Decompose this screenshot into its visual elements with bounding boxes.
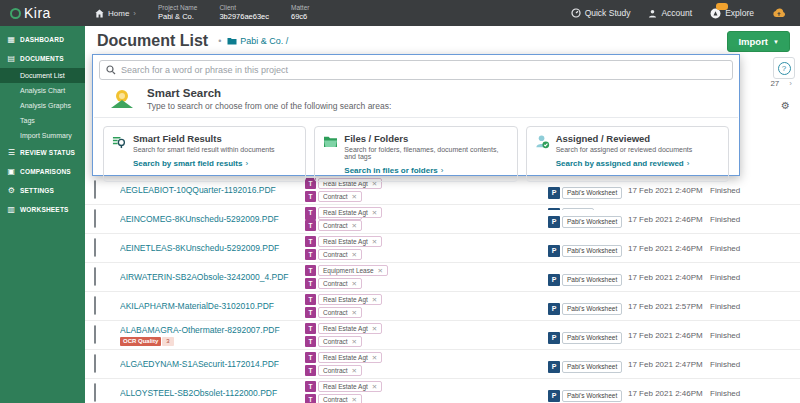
breadcrumb-project-folder[interactable]: Pabi & Co. / — [227, 36, 288, 46]
table-row: AEINETLEAS-8KUnschedu-5292009.PDF T Real… — [85, 234, 800, 263]
worksheet-badge[interactable]: P Pabi's Worksheet — [548, 390, 622, 402]
document-name-link[interactable]: ALLOYSTEEL-SB2Obsolet-1122000.PDF — [120, 388, 296, 398]
tag-remove-icon[interactable]: ✕ — [372, 209, 377, 217]
sidebar-subitem-tags[interactable]: Tags — [0, 113, 85, 128]
import-date: 17 Feb 2021 2:46PM — [619, 389, 701, 398]
table-row: AIRWATERIN-SB2AObsole-3242000_4.PDF T Eq… — [85, 263, 800, 292]
import-button[interactable]: Import ▼ — [727, 31, 790, 52]
sidebar-item-dashboard[interactable]: ▦ DASHBOARD — [0, 30, 85, 49]
tag-remove-icon[interactable]: ✕ — [372, 296, 377, 304]
account-button[interactable]: Account — [648, 8, 692, 18]
row-checkbox[interactable] — [94, 238, 96, 257]
card-link[interactable]: Search in files or folders› — [344, 166, 508, 175]
worksheet-badge[interactable]: P Pabi's Worksheet — [548, 216, 622, 228]
tag-remove-icon[interactable]: ✕ — [352, 367, 357, 375]
tag-remove-icon[interactable]: ✕ — [372, 325, 377, 333]
import-date: 17 Feb 2021 2:46PM — [619, 331, 701, 340]
search-bar[interactable] — [99, 60, 733, 80]
sidebar-item-review-status[interactable]: ☰ REVIEW STATUS — [0, 143, 85, 162]
quick-study-button[interactable]: Quick Study — [571, 8, 631, 18]
breadcrumb-home[interactable]: Home › — [95, 9, 136, 18]
help-button[interactable]: ? — [773, 57, 795, 79]
tag-remove-icon[interactable]: ✕ — [372, 238, 377, 246]
tag-label: Contract — [323, 280, 348, 287]
tag-remove-icon[interactable]: ✕ — [352, 309, 357, 317]
quick-study-icon — [571, 8, 581, 18]
tag-icon: T — [305, 207, 316, 218]
chevron-right-icon: › — [687, 159, 690, 168]
tag-badge: T Contract✕ — [305, 365, 539, 376]
pagination-next-icon[interactable]: › — [789, 79, 792, 88]
sidebar: ▦ DASHBOARD ▤ DOCUMENTS Document List An… — [0, 26, 85, 403]
row-checkbox[interactable] — [94, 267, 96, 286]
tag-badge: T Contract✕ — [305, 249, 539, 260]
tag-remove-icon[interactable]: ✕ — [352, 396, 357, 403]
document-name-link[interactable]: AEINCOMEG-8KUnschedu-5292009.PDF — [120, 214, 296, 224]
sidebar-subitem-document-list[interactable]: Document List — [0, 68, 85, 83]
card-title: Assigned / Reviewed — [556, 133, 693, 144]
worksheets-icon: ▥ — [7, 205, 16, 214]
smart-search-overlay: Smart Search Type to search or choose fr… — [92, 54, 740, 176]
tag-badge: T Contract✕ — [305, 191, 539, 202]
worksheet-badge[interactable]: P Pabi's Worksheet — [548, 332, 622, 344]
sidebar-subitem-analysis-chart[interactable]: Analysis Chart — [0, 83, 85, 98]
upload-cloud-icon[interactable] — [772, 8, 786, 18]
row-checkbox[interactable] — [94, 325, 96, 344]
document-name-link[interactable]: AKILAPHARM-MaterialDe-3102010.PDF — [120, 301, 296, 311]
row-checkbox[interactable] — [94, 383, 96, 402]
tag-remove-icon[interactable]: ✕ — [372, 383, 377, 391]
project-meta: Project Name Pabi & Co. — [158, 4, 197, 22]
sidebar-item-worksheets[interactable]: ▥ WORKSHEETS — [0, 200, 85, 219]
tags-cell: T Equipment Lease✕ T Contract✕ — [296, 265, 539, 289]
sidebar-subitem-analysis-graphs[interactable]: Analysis Graphs — [0, 98, 85, 113]
tag-label: Contract — [323, 367, 348, 374]
document-name-link[interactable]: AEINETLEAS-8KUnschedu-5292009.PDF — [120, 243, 296, 253]
worksheet-icon: P — [548, 361, 560, 373]
tag-remove-icon[interactable]: ✕ — [378, 267, 383, 275]
sidebar-subitem-import-summary[interactable]: Import Summary — [0, 128, 85, 143]
worksheet-badge[interactable]: P Pabi's Worksheet — [548, 303, 622, 315]
explore-button[interactable]: Explore — [710, 8, 754, 19]
tag-remove-icon[interactable]: ✕ — [372, 354, 377, 362]
search-area-card[interactable]: Smart Field Results Search for smart fie… — [103, 126, 306, 182]
matter-label: Matter — [291, 4, 309, 12]
search-area-card[interactable]: Assigned / Reviewed Search for assigned … — [526, 126, 729, 182]
status-label: Finished — [701, 244, 800, 253]
quick-study-label: Quick Study — [585, 8, 631, 18]
tag-label: Real Estate Agt — [323, 238, 368, 245]
tag-remove-icon[interactable]: ✕ — [352, 251, 357, 259]
sidebar-item-comparisons[interactable]: ▣ COMPARISONS — [0, 162, 85, 181]
tag-remove-icon[interactable]: ✕ — [352, 280, 357, 288]
sidebar-item-settings[interactable]: ⚙ SETTINGS — [0, 181, 85, 200]
worksheet-icon: P — [548, 390, 560, 402]
tags-cell: T Real Estate Agt✕ T Contract✕ — [296, 352, 539, 376]
card-link[interactable]: Search by smart field results› — [133, 159, 297, 168]
document-name-link[interactable]: ALGAEDYNAM-S1ASecurit-1172014.PDF — [120, 359, 296, 369]
tag-label: Real Estate Agt — [323, 209, 368, 216]
search-input[interactable] — [121, 65, 726, 75]
tag-remove-icon[interactable]: ✕ — [352, 222, 357, 230]
tag-remove-icon[interactable]: ✕ — [352, 193, 357, 201]
sidebar-item-documents[interactable]: ▤ DOCUMENTS — [0, 49, 85, 68]
page-title: Document List — [97, 32, 208, 50]
card-link[interactable]: Search by assigned and reviewed› — [556, 159, 720, 168]
row-checkbox[interactable] — [94, 296, 96, 315]
worksheet-badge[interactable]: P Pabi's Worksheet — [548, 361, 622, 373]
table-settings-gear-icon[interactable]: ⚙ — [781, 100, 790, 111]
chevron-right-icon: › — [133, 9, 136, 18]
document-name-link[interactable]: AIRWATERIN-SB2AObsole-3242000_4.PDF — [120, 272, 296, 282]
tags-cell: T Real Estate Agt✕ T Contract✕ — [296, 381, 539, 403]
tag-label: Real Estate Agt — [323, 325, 368, 332]
kira-logo[interactable]: Kira — [0, 5, 85, 21]
worksheet-badge[interactable]: P Pabi's Worksheet — [548, 245, 622, 257]
search-area-card[interactable]: Files / Folders Search for folders, file… — [314, 126, 517, 182]
row-checkbox[interactable] — [94, 354, 96, 373]
tag-badge: T Real Estate Agt✕ — [305, 323, 539, 334]
tag-label: Contract — [323, 193, 348, 200]
document-name-link[interactable]: ALABAMAGRA-Othermater-8292007.PDF — [120, 325, 296, 335]
tag-label: Real Estate Agt — [323, 354, 368, 361]
tag-remove-icon[interactable]: ✕ — [352, 338, 357, 346]
tag-icon: T — [305, 352, 316, 363]
worksheet-badge[interactable]: P Pabi's Worksheet — [548, 274, 622, 286]
row-checkbox[interactable] — [94, 209, 96, 228]
